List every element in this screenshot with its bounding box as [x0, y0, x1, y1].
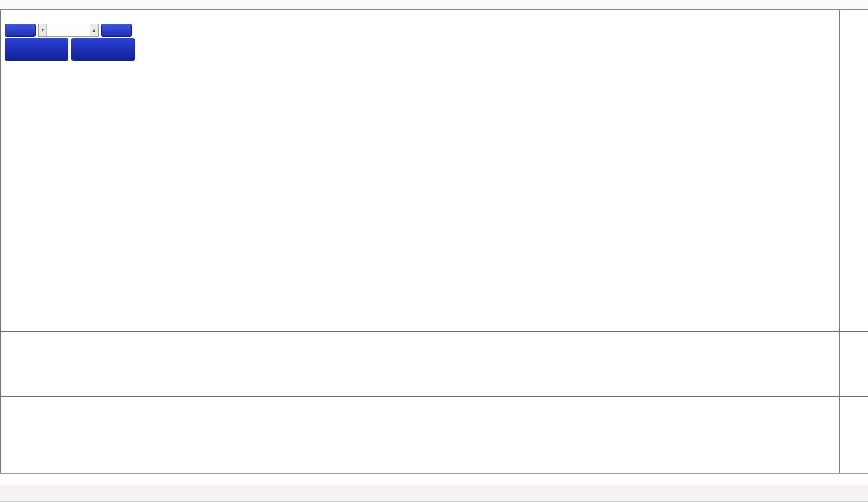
chart-title — [8, 14, 20, 22]
timeframe-toolbar — [0, 0, 868, 10]
trade-controls: ▼ ▲ — [5, 24, 132, 37]
volume-stepper: ▼ ▲ — [38, 24, 99, 37]
sell-button[interactable] — [5, 24, 36, 37]
trading-terminal: ▼ ▲ — [0, 0, 868, 502]
buy-button[interactable] — [101, 24, 132, 37]
one-click-trading-panel: ▼ ▲ — [1, 10, 137, 62]
rsi-plot[interactable] — [1, 397, 840, 473]
volume-increment-icon[interactable]: ▲ — [90, 24, 98, 36]
rsi-panel — [0, 397, 868, 473]
price-axis[interactable] — [841, 10, 868, 331]
chart-tab-bar — [0, 485, 868, 501]
rsi-axis — [841, 397, 868, 473]
macd-panel — [0, 332, 868, 396]
price-chart-plot[interactable]: ▼ ▲ — [1, 10, 840, 331]
volume-value[interactable] — [47, 24, 90, 36]
macd-axis — [841, 332, 868, 396]
date-axis[interactable] — [0, 474, 868, 485]
sell-price-box[interactable] — [5, 38, 68, 61]
price-chart-panel: ▼ ▲ — [0, 10, 868, 331]
volume-decrement-icon[interactable]: ▼ — [39, 24, 47, 36]
buy-price-box[interactable] — [71, 38, 135, 61]
macd-plot[interactable] — [1, 332, 840, 396]
